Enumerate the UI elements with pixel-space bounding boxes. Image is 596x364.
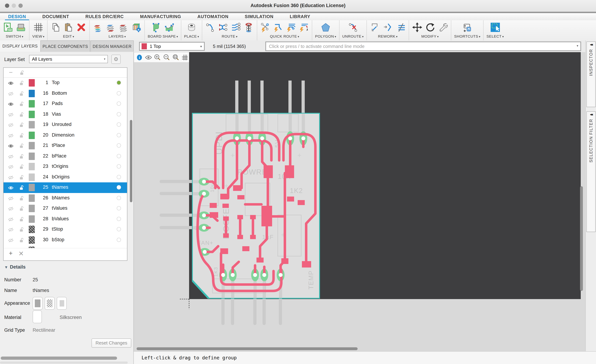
- layer-color-swatch[interactable]: [29, 152, 35, 160]
- layer-row-bValues[interactable]: 28bValues: [4, 214, 127, 224]
- multi-route-icon[interactable]: [231, 22, 241, 33]
- eye-off-icon[interactable]: [8, 227, 14, 233]
- layer-radio[interactable]: [117, 206, 121, 210]
- menu-tab-design[interactable]: DESIGN: [0, 13, 34, 20]
- via-stack-icon[interactable]: [243, 22, 254, 33]
- unlock-icon[interactable]: [20, 175, 24, 181]
- layer-radio[interactable]: [117, 238, 121, 242]
- delete-layer-button[interactable]: ✕: [18, 250, 24, 258]
- layer-row-tNames[interactable]: 25tNames: [4, 182, 127, 193]
- layer-radio[interactable]: [117, 143, 121, 148]
- unlock-icon[interactable]: [20, 227, 24, 233]
- delete-icon[interactable]: [76, 22, 87, 33]
- layer-row-Unrouted[interactable]: 19Unrouted: [4, 119, 127, 130]
- layer-color-swatch[interactable]: [29, 79, 35, 87]
- layer-color-swatch[interactable]: [29, 226, 35, 233]
- rework-corner-icon[interactable]: [370, 22, 380, 33]
- grid-icon[interactable]: [33, 22, 44, 33]
- layer-radio[interactable]: [117, 196, 121, 200]
- rework-slice-icon[interactable]: [395, 22, 406, 33]
- polygon-icon[interactable]: [320, 22, 331, 33]
- rotate-icon[interactable]: [425, 22, 435, 33]
- layer-radio[interactable]: [117, 81, 121, 85]
- grid-icon[interactable]: [181, 53, 189, 62]
- eye-off-icon[interactable]: [8, 133, 14, 139]
- layer-set-settings-button[interactable]: ⚙: [112, 55, 121, 64]
- layer-row-Dimension[interactable]: 20Dimension: [4, 130, 127, 141]
- eye-off-icon[interactable]: [8, 217, 14, 222]
- unlock-icon[interactable]: [20, 133, 24, 139]
- layer-row-Pads[interactable]: 17Pads: [4, 99, 127, 109]
- tab-selection-filter[interactable]: ◀◀ SELECTION FILTER: [586, 111, 596, 232]
- material-swatch-button[interactable]: [33, 311, 42, 323]
- layer-radio[interactable]: [117, 91, 121, 95]
- layer-color-swatch[interactable]: [29, 215, 35, 223]
- layer-row-tValues[interactable]: 27tValues: [4, 203, 127, 214]
- wrench-icon[interactable]: [437, 22, 448, 33]
- layer-color-swatch[interactable]: [29, 205, 35, 212]
- tab-display-layers[interactable]: DISPLAY LAYERS: [0, 40, 40, 52]
- add-layer-button[interactable]: +: [9, 250, 13, 257]
- unlock-icon[interactable]: [20, 91, 24, 97]
- unlock-icon[interactable]: [20, 164, 24, 170]
- layer-radio[interactable]: [117, 112, 121, 116]
- layer-row-bOrigins[interactable]: 24bOrigins: [4, 172, 127, 182]
- layer-row-Top[interactable]: 1Top: [4, 78, 127, 88]
- layer-radio[interactable]: [117, 175, 121, 179]
- menu-tab-manufacturing[interactable]: MANUFACTURING: [132, 13, 189, 20]
- eye-off-icon[interactable]: [8, 165, 14, 170]
- layer-row-Vias[interactable]: 18Vias: [4, 109, 127, 119]
- eye-off-icon[interactable]: [8, 238, 14, 243]
- eye-off-icon[interactable]: [8, 112, 14, 118]
- zoom-in-icon[interactable]: [153, 53, 162, 62]
- menu-tab-rules-drc-erc[interactable]: RULES DRC/ERC: [77, 13, 132, 20]
- layer-color-swatch[interactable]: [29, 194, 35, 202]
- layer-list-scrollbar[interactable]: [130, 120, 132, 202]
- unlock-icon[interactable]: [20, 238, 24, 244]
- menu-tab-document[interactable]: DOCUMENT: [34, 13, 77, 20]
- panel-scrollbar[interactable]: [1, 357, 117, 360]
- unlock-icon[interactable]: [20, 185, 24, 191]
- unroute-icon[interactable]: [348, 22, 358, 33]
- layer-radio[interactable]: [117, 122, 121, 127]
- select-icon[interactable]: [490, 22, 500, 33]
- layer-radio[interactable]: [117, 133, 121, 137]
- layer-color-swatch[interactable]: [29, 111, 35, 118]
- canvas-horizontal-scrollbar[interactable]: [137, 347, 358, 350]
- zoom-fit-icon[interactable]: [171, 53, 180, 62]
- eye-icon[interactable]: [8, 186, 14, 191]
- layer-color-swatch[interactable]: [29, 163, 35, 170]
- move-icon[interactable]: [412, 22, 423, 33]
- layer-color-swatch[interactable]: [29, 173, 35, 181]
- schematic-icon[interactable]: [3, 22, 14, 33]
- layer-color-swatch[interactable]: [29, 100, 35, 107]
- zoom-out-icon[interactable]: [163, 53, 171, 62]
- layer-color-swatch[interactable]: [29, 184, 35, 191]
- layer-color-swatch[interactable]: [29, 142, 35, 149]
- command-line-input[interactable]: [265, 42, 581, 51]
- board-chip-icon[interactable]: [16, 22, 26, 33]
- eye-icon[interactable]: [8, 102, 14, 107]
- diff-pair-icon[interactable]: [218, 22, 229, 33]
- layers-red-icon[interactable]: [118, 22, 129, 33]
- unlock-icon[interactable]: [20, 112, 24, 118]
- quick-route-icon[interactable]: [273, 22, 283, 33]
- rework-push-icon[interactable]: [382, 22, 393, 33]
- menu-tab-automation[interactable]: AUTOMATION: [189, 13, 237, 20]
- unlock-icon[interactable]: [20, 154, 24, 160]
- tab-place-components[interactable]: PLACE COMPONENTS: [40, 40, 90, 52]
- eye-icon[interactable]: [144, 53, 153, 62]
- collapse-all-icon[interactable]: –: [9, 69, 12, 75]
- layer-row-tStop[interactable]: 29tStop: [4, 224, 127, 235]
- shortcuts-icon[interactable]: [462, 22, 473, 33]
- board-outline-icon[interactable]: [151, 22, 162, 33]
- quick-bundle-icon[interactable]: [286, 22, 296, 33]
- unlock-icon[interactable]: [20, 143, 24, 149]
- layer-color-swatch[interactable]: [29, 121, 35, 128]
- eye-off-icon[interactable]: [8, 175, 14, 180]
- layer-color-swatch[interactable]: [29, 236, 35, 244]
- info-icon[interactable]: i: [135, 53, 143, 62]
- layer-row-tPlace[interactable]: 21tPlace: [4, 141, 127, 151]
- pcb-canvas[interactable]: UPDI10µFPOWREG10K5V+1K2MOSFET12V+FAN+1µF…: [134, 52, 585, 351]
- paste-icon[interactable]: [63, 22, 74, 33]
